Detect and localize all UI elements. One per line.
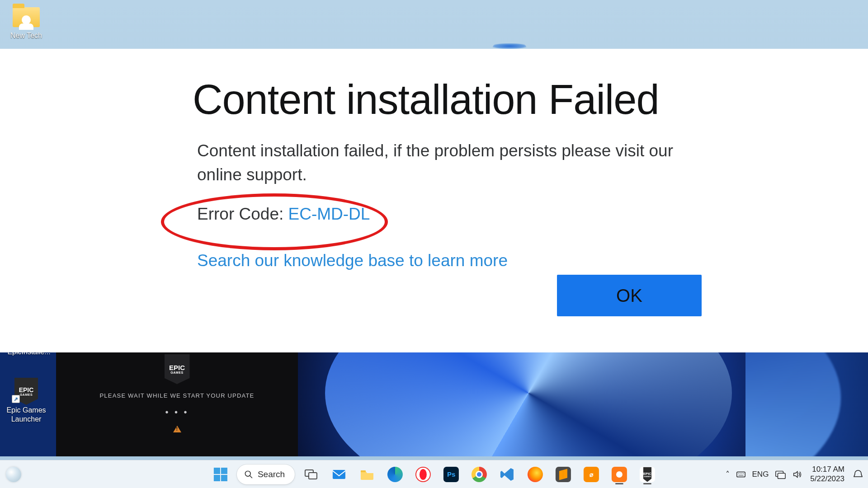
desktop-icon-label: New Tech	[4, 32, 49, 40]
ok-button[interactable]: OK	[557, 275, 702, 316]
taskbar-app-sublime[interactable]	[552, 464, 575, 485]
task-view-icon	[303, 467, 319, 482]
epic-games-icon: EPIC GAMES ↗	[12, 380, 41, 403]
error-dialog: Content installation Failed Content inst…	[0, 49, 868, 352]
taskbar-right: ˄ ENG 10:17 AM 5/22/2023	[726, 460, 863, 488]
epic-games-icon: EPICGAMES	[640, 467, 655, 482]
desktop-icon-label: Epic Games Launcher	[4, 406, 49, 424]
network-icon[interactable]	[775, 469, 786, 479]
taskbar: Search Ps	[0, 460, 868, 488]
epic-games-logo-icon: EPIC GAMES	[165, 354, 190, 384]
taskbar-app-opera[interactable]	[411, 464, 435, 485]
svg-rect-10	[736, 472, 745, 477]
svg-rect-9	[361, 470, 366, 472]
notifications-button[interactable]	[853, 469, 863, 480]
taskbar-app-chrome[interactable]	[467, 464, 491, 485]
recorder-icon	[612, 467, 627, 482]
knowledge-base-link[interactable]: Search our knowledge base to learn more	[197, 251, 508, 270]
search-label: Search	[258, 469, 285, 479]
taskbar-app-firefox[interactable]	[524, 464, 547, 485]
photoshop-icon: Ps	[443, 467, 459, 482]
taskbar-app-recorder[interactable]	[608, 464, 631, 485]
taskbar-app-vscode[interactable]	[495, 464, 519, 485]
dialog-title: Content installation Failed	[193, 76, 659, 123]
error-code-line: Error Code: EC-MD-DL	[197, 205, 370, 224]
updater-status-text: PLEASE WAIT WHILE WE START YOUR UPDATE	[99, 392, 254, 399]
error-code-label: Error Code:	[197, 205, 288, 223]
taskbar-weather-widget[interactable]	[0, 460, 27, 488]
opera-icon	[415, 467, 431, 482]
epic-updater-window: EPIC GAMES PLEASE WAIT WHILE WE START YO…	[56, 352, 745, 456]
svg-rect-8	[333, 470, 345, 479]
taskbar-clock[interactable]: 10:17 AM 5/22/2023	[810, 465, 844, 483]
shortcut-overlay-icon: ↗	[12, 395, 20, 403]
taskbar-app-photoshop[interactable]: Ps	[439, 464, 463, 485]
tray-overflow-button[interactable]: ˄	[726, 469, 730, 479]
svg-rect-3	[221, 475, 227, 481]
svg-line-5	[250, 475, 252, 478]
desktop-icon-epic-launcher[interactable]: EPIC GAMES ↗ Epic Games Launcher	[4, 380, 49, 424]
svg-rect-0	[214, 468, 220, 474]
svg-rect-7	[309, 473, 317, 479]
xampp-icon: ⌀	[584, 467, 599, 482]
weather-icon	[6, 467, 21, 482]
updater-decoration	[298, 352, 745, 456]
chrome-icon	[472, 467, 487, 482]
taskbar-search[interactable]: Search	[237, 465, 295, 484]
mail-icon	[331, 467, 347, 482]
start-button[interactable]	[209, 464, 232, 485]
desktop-icon-new-tech[interactable]: New Tech	[4, 5, 49, 40]
folder-icon	[359, 467, 375, 482]
taskbar-center: Search Ps	[209, 464, 659, 485]
dialog-body-text: Content installation failed, if the prob…	[197, 139, 703, 187]
browser-edge-hint	[492, 43, 527, 49]
vscode-icon	[500, 467, 515, 482]
edge-icon	[387, 467, 403, 482]
error-code-value[interactable]: EC-MD-DL	[288, 205, 370, 223]
svg-rect-1	[221, 468, 227, 474]
taskbar-app-edge[interactable]	[383, 464, 407, 485]
warning-icon	[173, 426, 181, 432]
language-indicator[interactable]: ENG	[752, 470, 769, 479]
clock-date: 5/22/2023	[810, 474, 844, 483]
windows-icon	[213, 467, 228, 482]
taskbar-app-explorer[interactable]	[355, 464, 379, 485]
keyboard-icon[interactable]	[736, 469, 746, 479]
taskbar-app-epic[interactable]: EPICGAMES	[636, 464, 659, 485]
svg-rect-17	[778, 473, 786, 479]
taskbar-app-xampp[interactable]: ⌀	[580, 464, 603, 485]
folder-icon	[12, 5, 41, 29]
taskbar-app-mail[interactable]	[327, 464, 351, 485]
sublime-icon	[556, 467, 571, 482]
clock-time: 10:17 AM	[810, 465, 844, 474]
loading-dots-icon: • • •	[165, 407, 189, 418]
firefox-icon	[528, 467, 543, 482]
task-view-button[interactable]	[299, 464, 323, 485]
svg-rect-2	[214, 475, 220, 481]
search-icon	[244, 470, 253, 479]
volume-icon[interactable]	[792, 469, 802, 479]
